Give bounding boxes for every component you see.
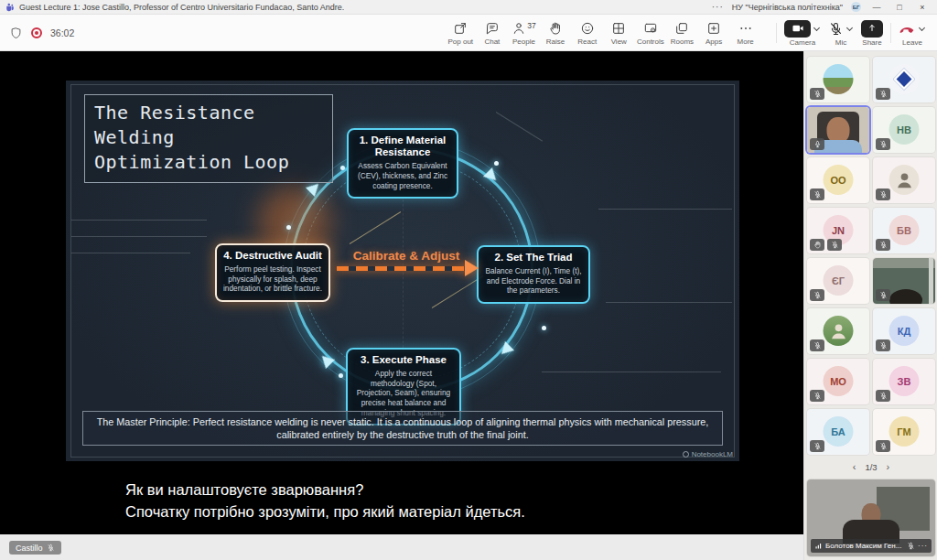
participant-tile[interactable]: КД [873,308,935,354]
camera-button[interactable] [784,20,811,38]
participant-tile[interactable]: JN [807,208,869,253]
participant-tile[interactable]: МО [807,359,869,404]
caption-line: Спочатку потрібно зрозуміти, про який ма… [125,501,525,522]
close-button[interactable]: × [915,3,930,12]
raise-hand-icon [548,21,563,36]
circuit-dot [286,225,291,230]
calibrate-adjust-label: Calibrate & Adjust [333,249,479,263]
leave-chevron-icon[interactable] [919,25,926,32]
mic-muted-icon [47,544,55,552]
mic-muted-icon[interactable] [828,21,844,37]
participant-tile[interactable]: ЗВ [873,359,935,404]
mic-muted-icon [810,289,824,301]
initials-avatar: ОО [824,165,854,195]
circuit-dot [339,373,343,378]
recording-indicator-icon [31,27,42,38]
initials-avatar: МО [824,366,854,396]
pager-next-icon[interactable]: › [887,461,890,472]
participant-tile[interactable]: БА [807,409,869,455]
featured-name-bar: Болотов Максим Ген... ··· [811,539,932,553]
initials-avatar: БВ [889,215,920,245]
hand-raised-icon [810,239,824,251]
chat-button[interactable]: Chat [477,15,509,51]
participant-tile-active-speaker[interactable] [807,107,869,153]
mic-muted-icon [827,239,842,251]
mic-muted-icon [876,188,890,200]
rooms-icon [674,21,689,36]
titlebar-more-icon[interactable]: ··· [712,2,724,12]
org-name: НУ "Чернігівська політехніка" [732,3,843,12]
view-icon [611,21,626,36]
teams-meeting-window: Guest Lecture 1: Jose Castillo, Professo… [0,0,937,560]
initials-avatar: ГМ [889,416,920,447]
participant-tile[interactable]: ГМ [873,409,935,455]
featured-participant-name: Болотов Максим Ген... [825,542,904,550]
participant-tile[interactable]: НВ [873,107,935,153]
account-avatar[interactable]: БГ [851,2,861,12]
participant-tile[interactable] [873,258,935,304]
react-button[interactable]: React [571,15,603,51]
pager-current: 1/3 [865,462,877,472]
mic-muted-icon [810,440,824,452]
participant-tile[interactable] [873,157,935,203]
featured-participant-tile[interactable]: Болотов Максим Ген... ··· [807,479,935,556]
share-group: Share [861,20,883,47]
shared-screen-stage: The Resistance Welding Optimization Loop… [0,51,803,534]
photo-avatar [824,64,854,94]
calibrate-arrow-dashes [337,266,465,271]
people-count: 37 [527,21,535,30]
minimize-button[interactable]: — [869,3,884,12]
controls-icon [643,21,658,36]
bottom-bar: Castillo [0,534,803,560]
leave-phone-icon[interactable] [899,20,916,38]
diamond-logo-icon [893,68,915,90]
featured-more-icon[interactable]: ··· [918,542,928,550]
meeting-toolbar: 36:02 Pop out Chat 37 People Raise React [0,15,937,51]
mic-group: Mic [828,20,854,47]
pager-prev-icon[interactable]: ‹ [853,461,856,472]
camera-chevron-icon[interactable] [813,25,821,32]
presenter-pill[interactable]: Castillo [9,541,61,555]
slide-title: The Resistance Welding Optimization Loop [84,94,333,183]
initials-avatar: БА [824,416,854,447]
maximize-button[interactable]: □ [892,3,907,12]
more-button[interactable]: More [729,15,761,51]
mic-on-icon [810,138,824,150]
node-set-triad: 2. Set The Triad Balance Current (I), Ti… [477,245,590,304]
mic-muted-icon [907,542,915,550]
decor-line [71,253,190,253]
decor-line [542,372,721,372]
popout-icon [453,21,468,36]
circuit-dot [494,161,499,166]
decor-line [496,112,543,142]
controls-button[interactable]: Controls [635,15,667,51]
teams-app-icon [5,3,15,12]
view-button[interactable]: View [603,15,635,51]
notebooklm-logo-icon [683,451,689,458]
mic-muted-icon [810,88,824,100]
mic-muted-icon [876,289,890,301]
people-icon [512,21,526,36]
rooms-button[interactable]: Rooms [666,15,698,51]
apps-icon [706,21,721,36]
leave-group: Leave [899,20,926,47]
participants-sidebar: НВ ОО JN БВ ЄГ [803,51,937,560]
participant-tile[interactable] [807,57,869,102]
mic-chevron-icon[interactable] [846,25,854,32]
participant-tile[interactable]: ЄГ [807,258,869,304]
caption-line: Як ви налаштовуєте зварювання? [125,479,525,501]
participant-tile[interactable] [873,57,935,102]
people-button[interactable]: 37 People [508,15,540,51]
photo-avatar [889,165,920,195]
participant-tile[interactable] [807,308,869,354]
raise-hand-button[interactable]: Raise [540,15,572,51]
apps-button[interactable]: Apps [698,15,730,51]
share-button[interactable] [861,20,883,38]
participants-pager: ‹ 1/3 › [804,458,937,475]
participant-tile[interactable]: БВ [873,208,935,253]
master-principle-banner: The Master Principle: Perfect resistance… [82,411,723,446]
popout-button[interactable]: Pop out [445,15,477,51]
mic-muted-icon [876,239,890,251]
initials-avatar: ЗВ [889,366,920,396]
participant-tile[interactable]: ОО [807,157,869,203]
